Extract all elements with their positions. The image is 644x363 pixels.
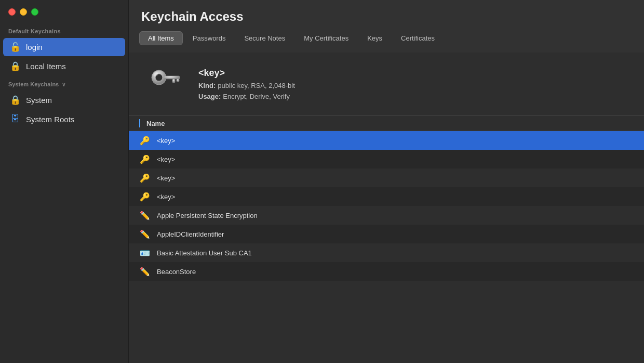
titlebar: Keychain Access bbox=[129, 0, 644, 31]
sidebar-item-local-label: Local Items bbox=[26, 62, 66, 71]
table-row[interactable]: 🔑 <key> bbox=[129, 150, 644, 168]
key-large-icon bbox=[147, 66, 183, 101]
sidebar-item-login[interactable]: 🔓 login bbox=[3, 38, 125, 56]
tab-my-certificates[interactable]: My Certificates bbox=[295, 31, 357, 45]
table-row[interactable]: ✏️ AppleIDClientIdentifier bbox=[129, 225, 644, 243]
pencil-icon: ✏️ bbox=[139, 228, 151, 240]
sidebar-item-local-items[interactable]: 🔒 Local Items bbox=[3, 57, 125, 75]
sidebar: Default Keychains 🔓 login 🔒 Local Items … bbox=[0, 0, 129, 363]
col-divider bbox=[139, 119, 140, 127]
system-keychains-header[interactable]: System Keychains ∨ bbox=[0, 76, 128, 90]
minimize-button[interactable] bbox=[20, 8, 27, 16]
svg-rect-3 bbox=[172, 79, 175, 83]
chevron-down-icon: ∨ bbox=[62, 82, 65, 87]
tab-keys[interactable]: Keys bbox=[358, 31, 391, 45]
key-icon: 🔑 bbox=[139, 191, 151, 202]
detail-usage-value: Encrypt, Derive, Verify bbox=[223, 93, 290, 100]
card-icon: 🪪 bbox=[139, 247, 151, 258]
tab-certificates[interactable]: Certificates bbox=[392, 31, 444, 45]
detail-usage-row: Usage: Encrypt, Derive, Verify bbox=[198, 93, 295, 100]
table-header: Name bbox=[129, 115, 644, 131]
sidebar-item-system-roots-label: System Roots bbox=[26, 115, 74, 124]
svg-rect-4 bbox=[177, 79, 179, 82]
row-label: Apple Persistent State Encryption bbox=[157, 212, 258, 219]
detail-info: <key> Kind: public key, RSA, 2,048-bit U… bbox=[198, 68, 295, 100]
detail-kind-row: Kind: public key, RSA, 2,048-bit bbox=[198, 82, 295, 89]
row-label: <key> bbox=[157, 193, 175, 201]
row-label: <key> bbox=[157, 174, 175, 182]
table-row[interactable]: 🪪 Basic Attestation User Sub CA1 bbox=[129, 243, 644, 262]
pencil-icon: ✏️ bbox=[139, 266, 151, 277]
close-button[interactable] bbox=[8, 8, 16, 16]
tab-secure-notes[interactable]: Secure Notes bbox=[235, 31, 294, 45]
sidebar-item-login-label: login bbox=[26, 43, 43, 51]
sidebar-item-system-label: System bbox=[26, 96, 52, 105]
window-controls bbox=[0, 0, 128, 26]
svg-rect-2 bbox=[164, 76, 180, 79]
key-icon: 🔑 bbox=[139, 172, 151, 184]
detail-name: <key> bbox=[198, 68, 295, 79]
lock-icon-local: 🔒 bbox=[9, 61, 21, 72]
col-name-header: Name bbox=[146, 120, 165, 127]
tab-all-items[interactable]: All Items bbox=[139, 31, 183, 45]
table-row[interactable]: 🔑 <key> bbox=[129, 131, 644, 150]
key-icon: 🔑 bbox=[139, 135, 151, 146]
detail-kind-value: public key, RSA, 2,048-bit bbox=[218, 82, 295, 89]
table-row[interactable]: ✏️ BeaconStore bbox=[129, 262, 644, 281]
key-icon: 🔑 bbox=[139, 153, 151, 165]
maximize-button[interactable] bbox=[31, 8, 38, 16]
table-row[interactable]: 🔑 <key> bbox=[129, 168, 644, 187]
key-icon-wrapper bbox=[144, 63, 186, 105]
row-label: BeaconStore bbox=[157, 268, 196, 276]
tab-passwords[interactable]: Passwords bbox=[184, 31, 235, 45]
app-title: Keychain Access bbox=[141, 9, 244, 23]
detail-panel: <key> Kind: public key, RSA, 2,048-bit U… bbox=[129, 53, 644, 115]
table-row[interactable]: 🔑 <key> bbox=[129, 187, 644, 206]
lock-icon-system: 🔒 bbox=[9, 95, 21, 106]
row-label: <key> bbox=[157, 137, 175, 145]
row-label: AppleIDClientIdentifier bbox=[157, 230, 224, 238]
main-content: Keychain Access All Items Passwords Secu… bbox=[129, 0, 644, 363]
row-label: <key> bbox=[157, 155, 175, 163]
database-icon: 🗄 bbox=[9, 114, 21, 124]
default-keychains-label: Default Keychains bbox=[0, 26, 128, 37]
detail-kind-label: Kind: bbox=[198, 82, 216, 89]
row-label: Basic Attestation User Sub CA1 bbox=[157, 249, 252, 257]
system-keychains-label: System Keychains bbox=[8, 81, 59, 87]
sidebar-item-system-roots[interactable]: 🗄 System Roots bbox=[3, 110, 125, 128]
detail-usage-label: Usage: bbox=[198, 93, 221, 100]
pencil-icon: ✏️ bbox=[139, 210, 151, 221]
lock-open-icon: 🔓 bbox=[9, 42, 21, 53]
table-row[interactable]: ✏️ Apple Persistent State Encryption bbox=[129, 206, 644, 225]
tab-bar: All Items Passwords Secure Notes My Cert… bbox=[129, 31, 644, 53]
sidebar-item-system[interactable]: 🔒 System bbox=[3, 91, 125, 109]
table-area[interactable]: Name 🔑 <key> 🔑 <key> 🔑 <key> 🔑 <key> ✏️ … bbox=[129, 115, 644, 363]
